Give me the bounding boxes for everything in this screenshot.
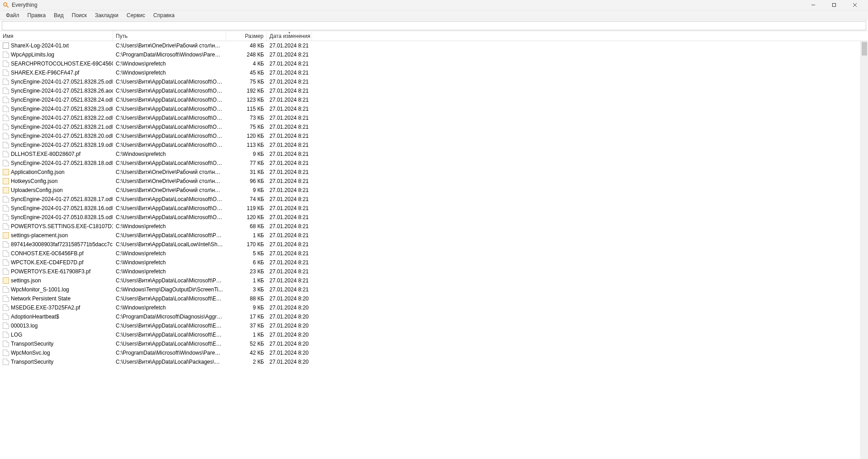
close-button[interactable] <box>844 0 865 10</box>
file-icon <box>3 106 9 112</box>
vertical-scrollbar[interactable] <box>860 41 868 459</box>
table-row[interactable]: TransportSecurityC:\Users\Витя\AppData\L… <box>0 339 860 348</box>
menu-item[interactable]: Файл <box>2 11 24 19</box>
file-icon <box>3 232 9 239</box>
file-icon <box>3 42 9 49</box>
table-row[interactable]: SHAREX.EXE-F96CFA47.pfC:\Windows\prefetc… <box>0 68 860 77</box>
file-icon <box>3 268 9 275</box>
file-name: WPCTOK.EXE-CD4FED7D.pf <box>11 259 83 266</box>
table-row[interactable]: WpcAppLimits.logC:\ProgramData\Microsoft… <box>0 50 860 59</box>
menu-item[interactable]: Сервис <box>123 11 149 19</box>
table-row[interactable]: SyncEngine-2024-01-27.0521.8328.20.odlgz… <box>0 131 860 141</box>
cell-size: 248 КБ <box>226 52 267 58</box>
table-row[interactable]: WpcMonitor_S-1001.logC:\Windows\Temp\Dia… <box>0 285 860 294</box>
cell-name: ShareX-Log-2024-01.txt <box>0 42 113 49</box>
cell-name: SyncEngine-2024-01-27.0521.8328.24.odlgz <box>0 97 113 103</box>
cell-date: 27.01.2024 8:21 <box>267 142 312 148</box>
file-icon <box>3 169 9 175</box>
table-row[interactable]: 897414e3008903faf7231585771b5dacc7c...C:… <box>0 240 860 249</box>
table-row[interactable]: settings.jsonC:\Users\Витя\AppData\Local… <box>0 276 860 285</box>
minimize-button[interactable] <box>803 0 824 10</box>
menu-item[interactable]: Справка <box>149 11 179 19</box>
cell-size: 88 КБ <box>226 295 267 302</box>
cell-name: POWERTOYS.EXE-617908F3.pf <box>0 268 113 275</box>
file-icon <box>3 178 9 184</box>
table-row[interactable]: SyncEngine-2024-01-27.0521.8328.26.aodlC… <box>0 86 860 95</box>
table-row[interactable]: POWERTOYS.EXE-617908F3.pfC:\Windows\pref… <box>0 267 860 276</box>
file-name: SyncEngine-2024-01-27.0521.8328.19.odlgz <box>11 142 113 148</box>
table-row[interactable]: SyncEngine-2024-01-27.0521.8328.17.odlgz… <box>0 195 860 204</box>
svg-rect-3 <box>833 4 836 7</box>
cell-date: 27.01.2024 8:21 <box>267 187 312 193</box>
file-icon <box>3 205 9 211</box>
table-row[interactable]: SyncEngine-2024-01-27.0521.8328.25.odlgz… <box>0 77 860 86</box>
table-row[interactable]: CONHOST.EXE-0C6456FB.pfC:\Windows\prefet… <box>0 249 860 258</box>
cell-name: SyncEngine-2024-01-27.0521.8328.23.odlgz <box>0 106 113 112</box>
search-input[interactable] <box>2 21 866 30</box>
file-name: POWERTOYS.SETTINGS.EXE-C18107D1.pf <box>11 223 113 230</box>
grid-body[interactable]: ShareX-Log-2024-01.txtC:\Users\Витя\OneD… <box>0 41 860 459</box>
menu-item[interactable]: Закладки <box>91 11 123 19</box>
file-name: SyncEngine-2024-01-27.0521.8328.16.odlgz <box>11 205 113 211</box>
cell-name: WpcMonitor_S-1001.log <box>0 286 113 293</box>
table-row[interactable]: settings-placement.jsonC:\Users\Витя\App… <box>0 231 860 240</box>
table-row[interactable]: SyncEngine-2024-01-27.0521.8328.16.odlgz… <box>0 204 860 213</box>
table-row[interactable]: UploadersConfig.jsonC:\Users\Витя\OneDri… <box>0 186 860 195</box>
file-name: WpcMonSvc.log <box>11 350 50 356</box>
file-name: SyncEngine-2024-01-27.0521.8328.23.odlgz <box>11 106 113 112</box>
cell-size: 9 КБ <box>226 304 267 311</box>
file-name: LOG <box>11 332 22 338</box>
cell-date: 27.01.2024 8:21 <box>267 259 312 266</box>
cell-size: 192 КБ <box>226 88 267 94</box>
table-row[interactable]: Network Persistent StateC:\Users\Витя\Ap… <box>0 294 860 303</box>
menu-item[interactable]: Поиск <box>68 11 91 19</box>
table-row[interactable]: AdoptionHeartbeat$C:\ProgramData\Microso… <box>0 312 860 321</box>
file-icon <box>3 115 9 121</box>
file-name: MSEDGE.EXE-37D25FA2.pf <box>11 304 80 311</box>
cell-path: C:\Users\Витя\AppData\Local\Microsoft\On… <box>113 142 226 148</box>
table-row[interactable]: ShareX-Log-2024-01.txtC:\Users\Витя\OneD… <box>0 41 860 50</box>
table-row[interactable]: TransportSecurityC:\Users\Витя\AppData\L… <box>0 357 860 366</box>
menu-item[interactable]: Правка <box>24 11 50 19</box>
column-header-name[interactable]: Имя <box>0 31 113 41</box>
table-row[interactable]: SyncEngine-2024-01-27.0521.8328.23.odlgz… <box>0 104 860 113</box>
cell-path: C:\Users\Витя\OneDrive\Рабочий стол\не а… <box>113 187 226 193</box>
maximize-button[interactable] <box>824 0 844 10</box>
table-row[interactable]: ApplicationConfig.jsonC:\Users\Витя\OneD… <box>0 168 860 177</box>
cell-size: 23 КБ <box>226 268 267 275</box>
app-icon <box>3 2 9 8</box>
column-header-date[interactable]: ▾ Дата изменения <box>267 31 312 41</box>
table-row[interactable]: HotkeysConfig.jsonC:\Users\Витя\OneDrive… <box>0 177 860 186</box>
table-row[interactable]: SyncEngine-2024-01-27.0521.8328.19.odlgz… <box>0 141 860 150</box>
cell-date: 27.01.2024 8:21 <box>267 106 312 112</box>
table-row[interactable]: WpcMonSvc.logC:\ProgramData\Microsoft\Wi… <box>0 348 860 357</box>
file-icon <box>3 341 9 347</box>
table-row[interactable]: SyncEngine-2024-01-27.0510.8328.15.odlgz… <box>0 213 860 222</box>
file-icon <box>3 295 9 302</box>
table-row[interactable]: POWERTOYS.SETTINGS.EXE-C18107D1.pfC:\Win… <box>0 222 860 231</box>
cell-date: 27.01.2024 8:21 <box>267 250 312 257</box>
column-header-size[interactable]: Размер <box>226 31 267 41</box>
table-row[interactable]: MSEDGE.EXE-37D25FA2.pfC:\Windows\prefetc… <box>0 303 860 312</box>
cell-name: SyncEngine-2024-01-27.0521.8328.17.odlgz <box>0 196 113 202</box>
table-row[interactable]: DLLHOST.EXE-80D28607.pfC:\Windows\prefet… <box>0 150 860 159</box>
table-row[interactable]: SyncEngine-2024-01-27.0521.8328.18.odlgz… <box>0 159 860 168</box>
scrollbar-thumb[interactable] <box>862 42 867 56</box>
table-row[interactable]: SEARCHPROTOCOLHOST.EXE-69C456C3.pfC:\Win… <box>0 59 860 68</box>
cell-date: 27.01.2024 8:21 <box>267 232 312 239</box>
cell-date: 27.01.2024 8:21 <box>267 61 312 67</box>
menu-item[interactable]: Вид <box>50 11 68 19</box>
table-row[interactable]: SyncEngine-2024-01-27.0521.8328.24.odlgz… <box>0 95 860 104</box>
table-row[interactable]: LOGC:\Users\Витя\AppData\Local\Microsoft… <box>0 330 860 339</box>
table-row[interactable]: SyncEngine-2024-01-27.0521.8328.22.odlgz… <box>0 113 860 122</box>
cell-name: TransportSecurity <box>0 341 113 347</box>
svg-line-1 <box>7 6 9 8</box>
cell-size: 2 КБ <box>226 359 267 365</box>
column-header-path[interactable]: Путь <box>113 31 226 41</box>
file-icon <box>3 250 9 257</box>
file-name: SyncEngine-2024-01-27.0521.8328.21.odlgz <box>11 124 113 130</box>
cell-date: 27.01.2024 8:21 <box>267 268 312 275</box>
table-row[interactable]: 000013.logC:\Users\Витя\AppData\Local\Mi… <box>0 321 860 330</box>
table-row[interactable]: SyncEngine-2024-01-27.0521.8328.21.odlgz… <box>0 122 860 131</box>
table-row[interactable]: WPCTOK.EXE-CD4FED7D.pfC:\Windows\prefetc… <box>0 258 860 267</box>
